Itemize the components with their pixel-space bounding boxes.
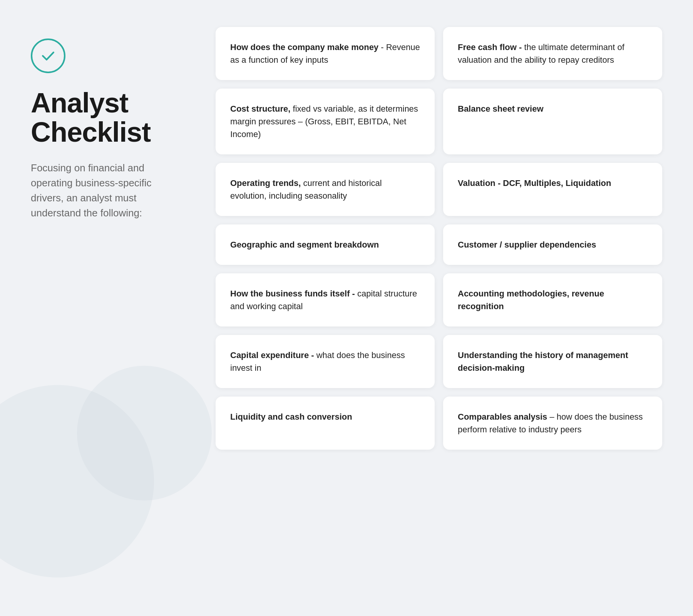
card-balance-sheet: Balance sheet review [443,89,662,154]
card-management: Understanding the history of management … [443,335,662,388]
card-free-cash-flow: Free cash flow - the ultimate determinan… [443,27,662,80]
card-valuation-text: Valuation - DCF, Multiples, Liquidation [458,177,611,189]
card-accounting: Accounting methodologies, revenue recogn… [443,273,662,326]
bg-decoration-1 [0,385,154,578]
card-geographic: Geographic and segment breakdown [216,224,435,265]
left-panel: Analyst Checklist Focusing on financial … [31,23,216,221]
card-comparables-text: Comparables analysis – how does the busi… [458,410,648,436]
card-capex-text: Capital expenditure - what does the busi… [230,349,420,374]
card-balance-sheet-text: Balance sheet review [458,102,544,115]
card-customer-supplier-text: Customer / supplier dependencies [458,238,596,251]
check-icon-circle [31,38,65,73]
card-cost-structure: Cost structure, fixed vs variable, as it… [216,89,435,154]
card-cost-structure-text: Cost structure, fixed vs variable, as it… [230,102,420,141]
bg-decoration-2 [77,366,212,500]
card-operating-trends-text: Operating trends, current and historical… [230,177,420,202]
card-funds-itself: How the business funds itself - capital … [216,273,435,326]
card-comparables: Comparables analysis – how does the busi… [443,397,662,450]
card-accounting-text: Accounting methodologies, revenue recogn… [458,287,648,313]
cards-grid: How does the company make money - Revenu… [216,23,662,450]
card-geographic-text: Geographic and segment breakdown [230,238,379,251]
card-funds-itself-text: How the business funds itself - capital … [230,287,420,313]
card-liquidity: Liquidity and cash conversion [216,397,435,450]
card-revenue: How does the company make money - Revenu… [216,27,435,80]
card-operating-trends: Operating trends, current and historical… [216,163,435,216]
card-customer-supplier: Customer / supplier dependencies [443,224,662,265]
checkmark-icon [40,47,57,64]
card-capex: Capital expenditure - what does the busi… [216,335,435,388]
card-free-cash-flow-text: Free cash flow - the ultimate determinan… [458,41,648,66]
card-revenue-text: How does the company make money - Revenu… [230,41,420,66]
page-title: Analyst Checklist [31,89,200,147]
card-liquidity-text: Liquidity and cash conversion [230,410,352,423]
card-valuation: Valuation - DCF, Multiples, Liquidation [443,163,662,216]
page-subtitle: Focusing on financial and operating busi… [31,161,177,221]
card-management-text: Understanding the history of management … [458,349,648,374]
